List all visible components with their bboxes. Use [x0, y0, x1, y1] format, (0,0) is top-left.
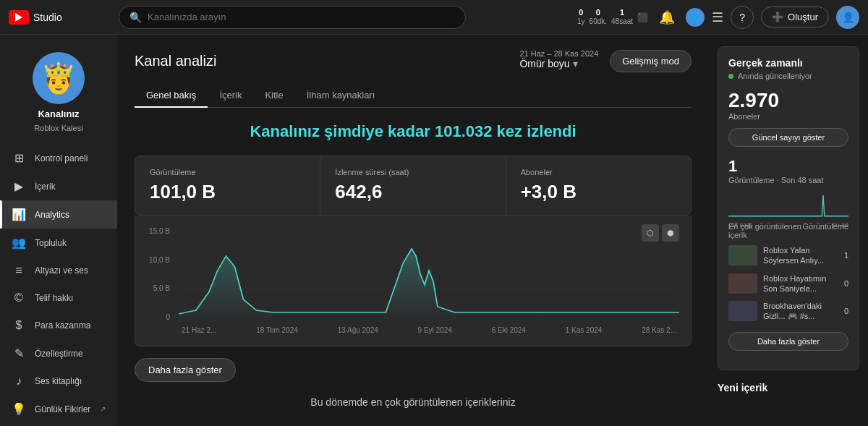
tab-inspiration[interactable]: İlham kaynakları [295, 84, 387, 108]
rt-views-count: 1 [728, 157, 848, 176]
show-more-right-button[interactable]: Daha fazla göster [728, 332, 848, 351]
content-thumb-0 [728, 245, 757, 265]
page-title: Kanal analizi [135, 53, 216, 69]
metric-watchtime: İzlenme süresi (saat) 642,6 [320, 156, 506, 215]
subtitles-icon: ≡ [12, 264, 26, 277]
y-label-1: 15,0 B [147, 227, 170, 235]
chart-controls: ⬡ ⬢ [642, 224, 679, 242]
dashboard-icon: ⊞ [12, 151, 26, 165]
stat-48saat: 1 48saat [611, 8, 633, 26]
metric-subscribers-value: +3,0 B [521, 181, 676, 203]
metric-views-value: 101,0 B [150, 181, 305, 203]
create-button[interactable]: ➕ Oluştur [761, 7, 829, 27]
nav-right: 0 1y 0 60dk. 1 48saat ⬛ 🔔 🌐 ☰ ? ➕ Oluştu… [577, 6, 859, 29]
sidebar: 🤴 Kanalınız Roblox Kalesi ⊞ Kontrol pane… [0, 35, 117, 426]
tab-content[interactable]: İçerik [208, 84, 253, 108]
nav-stats: 0 1y 0 60dk. 1 48saat ⬛ [577, 8, 648, 26]
sidebar-label-analytics: Analytics [35, 210, 69, 220]
x-label-5: 1 Kas 2024 [566, 326, 603, 334]
sidebar-item-community[interactable]: 👥 Topluluk [0, 229, 117, 257]
headline: Kanalınız şimdiye kadar 101.032 kez izle… [135, 122, 692, 141]
profile-icon: 🌐 [686, 8, 705, 27]
layout: 🤴 Kanalınız Roblox Kalesi ⊞ Kontrol pane… [0, 35, 868, 426]
chart-area: 15,0 B 10,0 B 5,0 B 0 [147, 227, 679, 334]
sidebar-item-monetize[interactable]: $ Para kazanma [0, 312, 117, 339]
stats-icon: ⬛ [637, 12, 648, 22]
sidebar-item-copyright[interactable]: © Telif hakkı [0, 284, 117, 312]
x-label-1: 18 Tem 2024 [256, 326, 298, 334]
monetize-icon: $ [12, 319, 26, 332]
show-more-button[interactable]: Daha fazla göster [135, 358, 236, 382]
logo-area: Studio [9, 10, 110, 25]
chart-y-axis: 15,0 B 10,0 B 5,0 B 0 [147, 227, 173, 321]
channel-avatar[interactable]: 🤴 [33, 52, 85, 104]
sidebar-item-ideas[interactable]: 💡 Günlük Fikirler ↗ [0, 395, 117, 423]
live-text: Anında güncelleniyor [738, 72, 812, 80]
sidebar-item-settings[interactable]: ⚙ Ayarlar [0, 423, 117, 426]
sidebar-item-analytics[interactable]: 📊 Analytics [0, 200, 117, 229]
metric-subscribers: Aboneler +3,0 B [506, 156, 691, 215]
create-icon: ➕ [772, 12, 783, 22]
help-button[interactable]: ? [731, 6, 754, 29]
avatar[interactable]: 👤 [836, 6, 859, 29]
sidebar-label-community: Topluluk [35, 238, 67, 248]
tab-audience[interactable]: Kitle [253, 84, 294, 108]
metric-subscribers-label: Aboneler [521, 168, 676, 176]
new-content-title: Yeni içerik [718, 382, 859, 393]
search-bar[interactable]: 🔍 [119, 6, 466, 29]
content-title-0: Roblox Yalan Söylersen Anlıy... [763, 245, 834, 266]
y-label-2: 10,0 B [147, 256, 170, 264]
menu-icon[interactable]: ☰ [712, 9, 723, 25]
sidebar-item-content[interactable]: ▶ İçerik [0, 172, 117, 200]
subscriber-count: 2.970 [728, 89, 848, 112]
content-item-0: Roblox Yalan Söylersen Anlıy... 1 [728, 245, 848, 266]
mini-x-labels: -48 saat Şu an [728, 221, 848, 229]
customize-icon: ✎ [12, 346, 26, 360]
stat-60dk: 0 60dk. [590, 8, 607, 26]
content-thumb-1 [728, 273, 757, 294]
tabs: Genel bakış İçerik Kitle İlham kaynaklar… [135, 84, 692, 108]
chart-svg [179, 227, 679, 321]
y-label-4: 0 [147, 313, 170, 321]
sidebar-item-audiolib[interactable]: ♪ Ses kitaplığı [0, 367, 117, 395]
date-range-label: Ömür boyu [519, 58, 569, 69]
channel-name: Kanalınız [38, 108, 79, 119]
channel-info: 🤴 Kanalınız Roblox Kalesi [0, 41, 117, 144]
sidebar-item-customize[interactable]: ✎ Özelleştirme [0, 339, 117, 367]
right-panel: Gerçek zamanlı Anında güncelleniyor 2.97… [709, 35, 868, 426]
copyright-icon: © [12, 291, 26, 304]
chart-btn-1[interactable]: ⬡ [642, 224, 659, 242]
page-header: Kanal analizi 21 Haz – 28 Kas 2024 Ömür … [135, 49, 692, 72]
audio-icon: ♪ [12, 375, 26, 388]
content-icon: ▶ [12, 179, 26, 193]
sidebar-label-copyright: Telif hakkı [35, 293, 73, 303]
content-item-2: Brookhaven'daki Gizli... 🎮 #s... 0 [728, 301, 848, 322]
x-label-3: 9 Eyl 2024 [418, 326, 452, 334]
content-title-1: Roblox Hayatımın Son Saniyele... [763, 273, 834, 294]
notifications-icon[interactable]: 🔔 [655, 6, 678, 29]
sidebar-item-subtitles[interactable]: ≡ Altyazı ve ses [0, 257, 117, 284]
metrics-row: Görüntüleme 101,0 B İzlenme süresi (saat… [135, 156, 692, 216]
analytics-icon: 📊 [12, 208, 26, 221]
rt-views-label: Görüntüleme · Son 48 saat [728, 176, 848, 184]
live-indicator: Anında güncelleniyor [728, 72, 848, 80]
chart-btn-2[interactable]: ⬢ [662, 224, 679, 242]
subscriber-label: Aboneler [728, 112, 848, 121]
content-title-2: Brookhaven'daki Gizli... 🎮 #s... [763, 301, 834, 322]
advanced-mode-button[interactable]: Gelişmiş mod [610, 50, 692, 72]
sidebar-label-audiolib: Ses kitaplığı [35, 376, 82, 386]
sidebar-label-content: İçerik [35, 182, 56, 192]
content-count-0: 1 [840, 251, 848, 260]
search-input[interactable] [148, 12, 455, 22]
tab-overview[interactable]: Genel bakış [135, 84, 208, 108]
x-label-2: 13 Ağu 2024 [338, 326, 378, 334]
chart-container: ⬡ ⬢ 15,0 B 10,0 B 5,0 B 0 [135, 216, 692, 346]
show-current-button[interactable]: Güncel sayıyı göster [728, 128, 848, 147]
ideas-icon: 💡 [12, 402, 26, 416]
metric-views-label: Görüntüleme [150, 168, 305, 176]
metric-watchtime-label: İzlenme süresi (saat) [335, 168, 490, 176]
content-count-2: 0 [840, 307, 848, 315]
content-thumb-2 [728, 301, 757, 321]
date-range-selector[interactable]: 21 Haz – 28 Kas 2024 Ömür boyu ▾ [519, 49, 598, 69]
sidebar-item-dashboard[interactable]: ⊞ Kontrol paneli [0, 144, 117, 172]
